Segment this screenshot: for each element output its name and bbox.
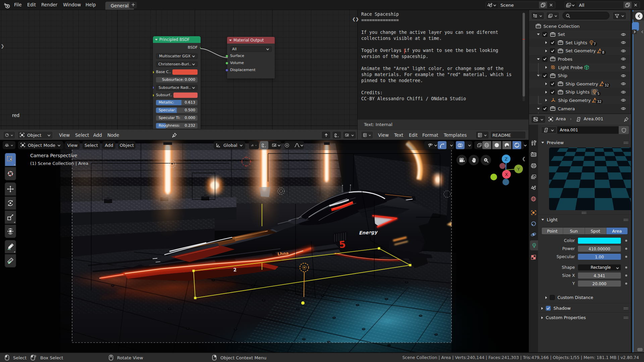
text-scrollbar[interactable] <box>523 13 525 101</box>
tab-scene[interactable] <box>529 183 538 193</box>
shader-menu-3[interactable]: Node <box>105 131 121 139</box>
topbar-menu-3[interactable]: Window <box>61 0 83 10</box>
fake-user-button[interactable] <box>619 126 629 134</box>
shader-type-dropdown[interactable]: Object <box>17 131 53 139</box>
sidebar-expand-arrow[interactable]: ❯ <box>1 44 4 49</box>
gizmos-options[interactable] <box>448 141 455 149</box>
node-material-output[interactable]: Material OutputAllSurfaceVolumeDisplacem… <box>227 37 275 78</box>
snap-toggle-button[interactable] <box>332 131 341 139</box>
shadow-panel-header[interactable]: Shadow <box>541 306 571 311</box>
tool-scale[interactable] <box>5 210 16 224</box>
viewport-menu-0[interactable]: View <box>65 141 80 149</box>
tab-texture[interactable] <box>529 252 538 262</box>
subsurface-radius-dropdown[interactable]: Subsurface Radi.. <box>156 85 198 90</box>
editor-type-button[interactable] <box>531 115 546 123</box>
view-layer-remove-button[interactable] <box>632 2 640 8</box>
editor-type-button[interactable] <box>361 131 373 139</box>
base-color-swatch[interactable] <box>172 69 198 75</box>
toolbar-expand-arrow[interactable] <box>632 29 637 34</box>
light-shape-dropdown[interactable]: Rectangle <box>578 264 621 271</box>
socket-subsurface-color[interactable] <box>153 94 154 97</box>
orientation-dropdown[interactable]: Global <box>214 141 245 149</box>
tab-object[interactable] <box>529 207 538 218</box>
pin-button[interactable] <box>172 132 177 138</box>
overlays-options[interactable] <box>466 141 473 149</box>
shading-options[interactable] <box>523 141 528 149</box>
collapsed-editor-icon[interactable] <box>635 12 643 20</box>
socket-input[interactable] <box>225 55 228 58</box>
node-principled-bsdf[interactable]: Principled BSDFBSDFMultiscatter GGXChris… <box>153 36 201 129</box>
animate-dot[interactable] <box>625 275 627 277</box>
animate-dot[interactable] <box>625 266 627 268</box>
panel-disclosure-icon[interactable] <box>541 219 544 221</box>
pin-id-button[interactable] <box>624 117 629 122</box>
zoom-view-button[interactable] <box>481 155 491 165</box>
node-collapse-icon[interactable] <box>155 39 158 41</box>
shading-material[interactable] <box>502 141 511 149</box>
socket-base-color[interactable] <box>153 71 154 74</box>
tab-physics[interactable] <box>529 229 538 239</box>
light-panel-header[interactable]: Light <box>541 217 557 222</box>
animate-dot[interactable] <box>625 256 627 258</box>
light-y-field[interactable]: 20.000 <box>578 280 621 287</box>
breadcrumb-data[interactable]: Area.001 <box>584 116 603 121</box>
scene-unlink-button[interactable] <box>547 2 555 8</box>
tab-output[interactable] <box>529 161 538 171</box>
tool-transform[interactable] <box>5 225 16 238</box>
shading-rendered[interactable] <box>513 141 521 149</box>
socket-input[interactable] <box>225 62 228 65</box>
falloff-button[interactable] <box>292 141 306 149</box>
id-type-button[interactable] <box>541 126 557 134</box>
topbar-menu-4[interactable]: Help <box>83 0 98 10</box>
panel-drag-dots[interactable] <box>624 316 628 319</box>
blender-logo[interactable] <box>4 1 11 9</box>
mode-dropdown[interactable]: Object Mode <box>18 141 63 149</box>
scene-name[interactable]: Scene <box>498 3 539 8</box>
proportional-toggle[interactable] <box>283 141 291 149</box>
topbar-menu-0[interactable]: File <box>12 0 24 10</box>
editor-type-button[interactable] <box>3 141 15 149</box>
output-target-dropdown[interactable]: All <box>230 46 272 52</box>
panel-disclosure-icon[interactable] <box>541 316 543 319</box>
metallic-slider[interactable]: Metallic:0.613 <box>156 100 198 105</box>
text-menu-0[interactable]: View <box>376 131 391 139</box>
specular_tint-slider[interactable]: Specular Ti:0.000 <box>156 115 198 121</box>
viewport-menu-3[interactable]: Object <box>118 141 136 149</box>
tool-annotate[interactable] <box>5 240 16 253</box>
visibility-button[interactable] <box>425 141 439 149</box>
panel-drag-dots[interactable] <box>624 141 628 144</box>
shader-menu-0[interactable]: View <box>57 131 72 139</box>
panel-drag-dots[interactable] <box>624 307 628 310</box>
view-layer-copy-button[interactable] <box>624 2 632 8</box>
editor-type-button[interactable] <box>3 131 15 139</box>
custom-distance-checkbox[interactable] <box>550 295 555 300</box>
tab-render[interactable] <box>529 149 538 160</box>
snap-options-button[interactable] <box>270 141 283 149</box>
shader-menu-2[interactable]: Add <box>91 131 104 139</box>
tool-select-box[interactable] <box>5 153 16 166</box>
custom-properties-panel-header[interactable]: Custom Properties <box>541 315 586 320</box>
socket-input[interactable] <box>225 69 228 72</box>
panel-drag-dots[interactable] <box>624 219 628 221</box>
area-split-arrows[interactable]: ❮❯ <box>352 17 359 21</box>
text-datablock-button[interactable] <box>476 131 489 139</box>
view-layer-name[interactable]: All <box>576 3 624 8</box>
pan-view-button[interactable] <box>469 155 479 165</box>
add-workspace-button[interactable]: + <box>129 2 137 8</box>
subsurface-color-swatch[interactable] <box>173 93 198 98</box>
tool-rotate[interactable] <box>5 196 16 210</box>
tool-cursor[interactable] <box>5 167 16 180</box>
shader-menu-1[interactable]: Select <box>73 131 91 139</box>
light-type-option-2[interactable]: Spot <box>585 228 606 234</box>
text-menu-3[interactable]: Format <box>420 131 440 139</box>
preview-panel-header[interactable]: Preview <box>541 140 564 145</box>
subsurface-slider[interactable]: Subsurface:0.000 <box>156 77 198 82</box>
animate-dot[interactable] <box>625 240 627 242</box>
light-color-swatch[interactable] <box>578 237 621 244</box>
shading-solid[interactable] <box>492 141 501 149</box>
distribution-dropdown[interactable]: Multiscatter GGX <box>156 53 198 59</box>
tool-measure[interactable] <box>5 254 16 267</box>
shading-wireframe[interactable] <box>482 141 491 149</box>
node-collapse-icon[interactable] <box>229 40 232 41</box>
roughness-slider[interactable]: Roughness:0.232 <box>156 123 198 128</box>
